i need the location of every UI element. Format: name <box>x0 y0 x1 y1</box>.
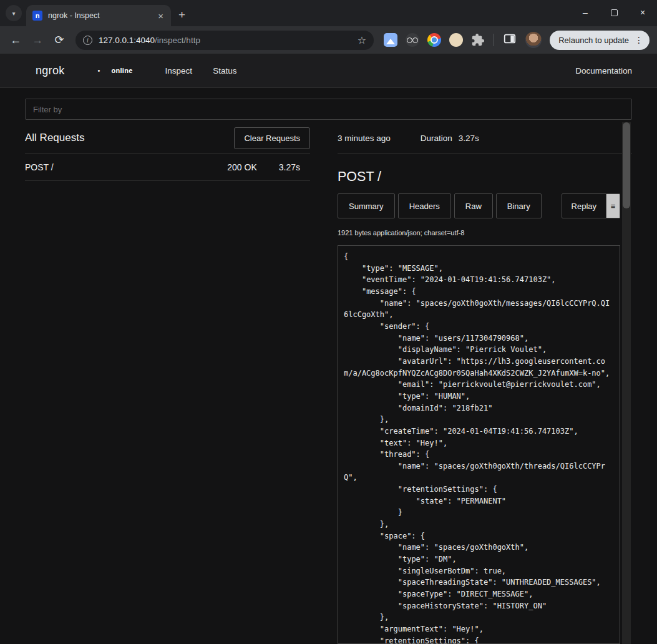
nav-item-documentation[interactable]: Documentation <box>575 66 632 76</box>
side-panel-icon[interactable] <box>503 32 517 48</box>
ngrok-navbar: ngrok • online Inspect Status Documentat… <box>0 54 657 88</box>
bookmark-star-icon[interactable]: ☆ <box>358 34 366 46</box>
request-detail-panel: 3 minutes ago Duration 3.27s POST / Summ… <box>338 122 632 644</box>
filter-input[interactable] <box>25 99 632 120</box>
extension-goggles-icon[interactable] <box>406 33 419 47</box>
tab-raw[interactable]: Raw <box>454 193 493 218</box>
back-button[interactable]: ← <box>7 34 24 47</box>
extensions-puzzle-icon[interactable] <box>471 33 485 47</box>
browser-titlebar: ▾ n ngrok - Inspect × + – × <box>0 0 657 26</box>
maximize-button[interactable] <box>600 0 628 25</box>
content-columns: All Requests Clear Requests POST / 200 O… <box>25 122 632 644</box>
requests-header: All Requests Clear Requests <box>25 122 310 154</box>
maximize-icon <box>611 9 618 16</box>
extension-icons <box>384 33 485 47</box>
request-body-json: { "type": "MESSAGE", "eventTime": "2024-… <box>338 245 620 644</box>
nav-item-status[interactable]: Status <box>213 66 236 76</box>
request-status: 200 OK <box>227 162 256 172</box>
tab-search-button[interactable]: ▾ <box>6 5 22 21</box>
detail-header: 3 minutes ago Duration 3.27s <box>338 122 632 154</box>
requests-panel: All Requests Clear Requests POST / 200 O… <box>25 122 310 644</box>
inspect-page: All Requests Clear Requests POST / 200 O… <box>0 88 657 644</box>
url-path: /inspect/http <box>155 36 200 45</box>
duration-label: Duration <box>421 134 452 143</box>
replay-menu-icon[interactable]: ≡ <box>606 193 620 218</box>
close-window-button[interactable]: × <box>628 0 657 25</box>
request-time-ago: 3 minutes ago <box>338 134 391 143</box>
request-duration: 3.27s <box>279 162 300 172</box>
site-info-icon[interactable]: i <box>83 36 92 45</box>
detail-scrollbar[interactable] <box>622 122 631 644</box>
tab-headers[interactable]: Headers <box>398 193 451 218</box>
address-bar[interactable]: i 127.0.0.1:4040/inspect/http ☆ <box>75 31 374 50</box>
tab-summary[interactable]: Summary <box>338 193 395 218</box>
profile-avatar[interactable] <box>525 32 542 48</box>
window-controls: – × <box>571 0 657 25</box>
new-tab-button[interactable]: + <box>178 9 185 21</box>
status-dot-icon: • <box>98 67 100 74</box>
tab-binary[interactable]: Binary <box>496 193 542 218</box>
relaunch-label: Relaunch to update <box>558 36 629 45</box>
browser-toolbar: ← → ⟳ i 127.0.0.1:4040/inspect/http ☆ Re… <box>0 26 657 54</box>
request-method-path: POST / <box>25 162 227 172</box>
tunnel-status: online <box>111 67 132 74</box>
forward-button[interactable]: → <box>29 34 46 47</box>
chevron-down-icon: ▾ <box>12 10 15 17</box>
nav-item-inspect[interactable]: Inspect <box>165 66 193 76</box>
url-host: 127.0.0.1:4040 <box>99 36 155 45</box>
minimize-button[interactable]: – <box>571 0 600 25</box>
requests-title: All Requests <box>25 132 84 144</box>
ngrok-brand[interactable]: ngrok <box>36 64 65 77</box>
duration-value: 3.27s <box>459 134 479 143</box>
clear-requests-button[interactable]: Clear Requests <box>234 127 310 149</box>
replay-button[interactable]: Replay <box>562 193 606 218</box>
tab-close-icon[interactable]: × <box>157 11 165 21</box>
replay-group: Replay ≡ <box>562 193 620 218</box>
body-meta: 1921 bytes application/json; charset=utf… <box>338 229 632 237</box>
request-row[interactable]: POST / 200 OK 3.27s <box>25 154 310 181</box>
browser-tab[interactable]: n ngrok - Inspect × <box>26 5 171 26</box>
detail-tabs: Summary Headers Raw Binary Replay ≡ <box>338 193 632 218</box>
relaunch-to-update-button[interactable]: Relaunch to update ⋮ <box>550 31 650 50</box>
browser-menu-icon[interactable]: ⋮ <box>635 35 643 45</box>
url-text: 127.0.0.1:4040/inspect/http <box>99 36 200 45</box>
tab-title: ngrok - Inspect <box>48 11 157 20</box>
ngrok-favicon-icon: n <box>32 11 42 21</box>
scrollbar-thumb[interactable] <box>623 122 630 208</box>
extension-circle-icon[interactable] <box>449 33 463 47</box>
detail-title: POST / <box>338 169 632 185</box>
toolbar-separator <box>494 34 494 46</box>
reload-button[interactable]: ⟳ <box>51 33 67 47</box>
extension-blue-icon[interactable] <box>384 33 397 47</box>
chrome-logo-icon[interactable] <box>427 33 441 47</box>
